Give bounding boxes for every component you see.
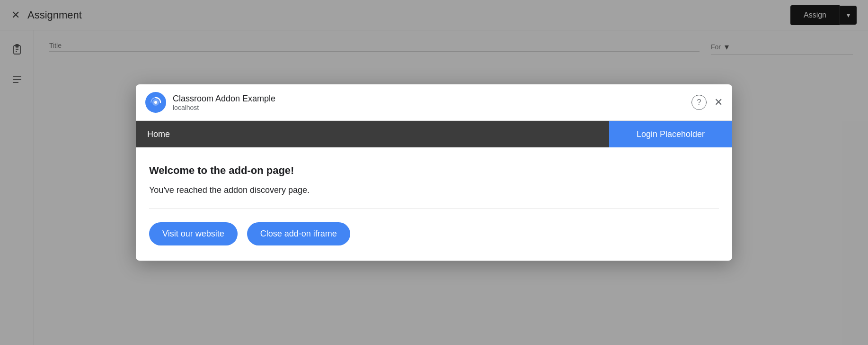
modal-divider (149, 209, 719, 209)
app-name: Classroom Addon Example (173, 94, 275, 104)
visit-website-button[interactable]: Visit our website (149, 222, 238, 245)
modal-overlay: Classroom Addon Example localhost ? ✕ Ho… (0, 0, 868, 345)
home-nav-item[interactable]: Home (136, 121, 609, 147)
close-iframe-button[interactable]: Close add-on iframe (247, 222, 350, 245)
discovery-text: You've reached the addon discovery page. (149, 185, 719, 195)
modal-action-buttons: Visit our website Close add-on iframe (149, 222, 719, 245)
welcome-heading: Welcome to the add-on page! (149, 164, 719, 177)
app-icon (145, 92, 166, 113)
app-info: Classroom Addon Example localhost (173, 94, 275, 111)
modal-body: Welcome to the add-on page! You've reach… (136, 147, 732, 261)
modal-close-icon[interactable]: ✕ (714, 96, 723, 109)
addon-modal: Classroom Addon Example localhost ? ✕ Ho… (136, 84, 732, 261)
modal-header: Classroom Addon Example localhost ? ✕ (136, 84, 732, 121)
login-nav-item[interactable]: Login Placeholder (609, 121, 732, 147)
help-icon[interactable]: ? (691, 95, 707, 110)
modal-nav: Home Login Placeholder (136, 121, 732, 147)
modal-header-right: ? ✕ (691, 95, 723, 110)
svg-point-10 (154, 101, 157, 104)
app-host: localhost (173, 104, 275, 111)
modal-header-left: Classroom Addon Example localhost (145, 92, 275, 113)
